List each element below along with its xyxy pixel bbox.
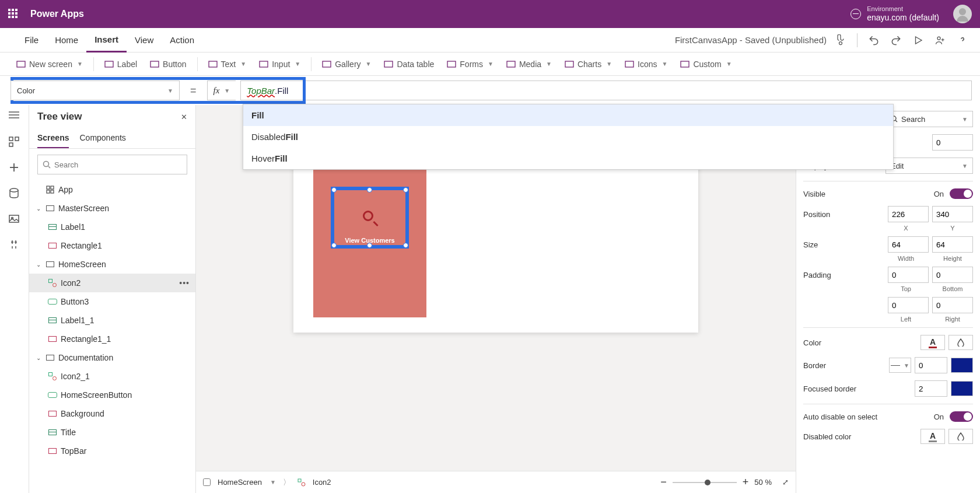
ribbon-text[interactable]: Text▼ xyxy=(202,57,253,71)
tree-view-icon[interactable] xyxy=(9,137,20,148)
tree-node-button3[interactable]: Button3 xyxy=(29,292,195,311)
ribbon-forms[interactable]: Forms▼ xyxy=(441,57,499,71)
svg-rect-20 xyxy=(9,143,13,146)
zoom-slider[interactable] xyxy=(673,482,737,483)
more-icon[interactable]: ••• xyxy=(179,278,190,288)
environment-selector[interactable]: Environment enayu.com (default) xyxy=(850,5,939,23)
disabled-color-button[interactable]: A xyxy=(921,429,945,444)
breadcrumb-sep: 〉 xyxy=(283,477,290,488)
ribbon-media[interactable]: Media▼ xyxy=(501,57,558,71)
tree-node-rectangle1[interactable]: Rectangle1 xyxy=(29,236,195,255)
card-rectangle[interactable]: View Customers xyxy=(313,148,426,317)
waffle-icon[interactable] xyxy=(8,9,19,19)
tree-node-background[interactable]: Background xyxy=(29,404,195,423)
menu-home[interactable]: Home xyxy=(47,28,86,53)
ribbon-button[interactable]: Button xyxy=(144,57,192,71)
tree-node-homescreenbutton[interactable]: HomeScreenButton xyxy=(29,386,195,404)
fit-icon[interactable]: ⤢ xyxy=(782,478,789,487)
ribbon-custom[interactable]: Custom▼ xyxy=(674,57,737,71)
focused-border-color-swatch[interactable] xyxy=(951,381,973,396)
insert-icon[interactable] xyxy=(9,162,20,174)
tree-node-masterscreen[interactable]: ⌄MasterScreen xyxy=(29,199,195,218)
menu-insert[interactable]: Insert xyxy=(86,28,127,53)
ribbon-icons[interactable]: Icons▼ xyxy=(619,57,673,71)
position-x-input[interactable] xyxy=(888,206,929,222)
play-icon[interactable] xyxy=(912,34,924,46)
ribbon-data-table[interactable]: Data table xyxy=(378,57,440,71)
ribbon-new-screen[interactable]: New screen▼ xyxy=(10,57,89,71)
close-icon[interactable]: ✕ xyxy=(181,113,187,121)
border-color-swatch[interactable] xyxy=(951,358,973,373)
chevron-down-icon[interactable]: ⌄ xyxy=(36,261,42,268)
app-checker-icon[interactable] xyxy=(835,34,846,46)
disabled-color-picker-button[interactable] xyxy=(949,429,973,444)
menu-file[interactable]: File xyxy=(16,28,47,53)
visible-toggle[interactable] xyxy=(950,188,973,199)
menu-action[interactable]: Action xyxy=(162,28,202,53)
advanced-tools-icon[interactable] xyxy=(9,239,20,251)
position-y-input[interactable] xyxy=(932,206,973,222)
ribbon-charts[interactable]: Charts▼ xyxy=(559,57,618,71)
breadcrumb-checkbox[interactable] xyxy=(203,478,211,486)
padding-right-input[interactable] xyxy=(932,297,973,313)
redo-icon[interactable] xyxy=(890,34,902,46)
ribbon-label[interactable]: Label xyxy=(99,57,143,71)
width-input[interactable] xyxy=(888,236,929,253)
ribbon-input[interactable]: Input▼ xyxy=(253,57,306,71)
displaymode-dropdown[interactable]: Edit▼ xyxy=(886,158,973,174)
ribbon-gallery[interactable]: Gallery▼ xyxy=(316,57,377,71)
undo-icon[interactable] xyxy=(868,34,880,46)
tree-search[interactable] xyxy=(37,155,187,174)
tree-node-app[interactable]: App xyxy=(29,180,195,199)
tree-node-documentation[interactable]: ⌄Documentation xyxy=(29,348,195,367)
chevron-down-icon[interactable]: ⌄ xyxy=(36,355,42,361)
fx-indicator[interactable]: fx ▼ xyxy=(207,81,236,100)
tree-node-homescreen[interactable]: ⌄HomeScreen xyxy=(29,255,195,274)
tree-node-topbar[interactable]: TopBar xyxy=(29,442,195,460)
tree-node-icon2[interactable]: Icon2••• xyxy=(29,274,195,292)
breadcrumb-screen[interactable]: HomeScreen xyxy=(218,478,262,487)
tree-node-label1[interactable]: Label1 xyxy=(29,218,195,236)
suggestion-item[interactable]: DisabledFill xyxy=(243,126,893,148)
chevron-down-icon[interactable]: ▼ xyxy=(270,479,276,485)
focused-border-input[interactable] xyxy=(915,380,947,397)
zoom-in-button[interactable]: + xyxy=(743,476,749,488)
icon-dropdown[interactable]: Search ▼ xyxy=(886,111,973,127)
icons-icon xyxy=(48,278,57,288)
auto-disable-toggle[interactable] xyxy=(950,411,973,422)
suggestion-item[interactable]: Fill xyxy=(243,104,893,126)
search-input[interactable] xyxy=(54,160,182,169)
padding-top-input[interactable] xyxy=(888,267,929,283)
tree-node-rectangle1_1[interactable]: Rectangle1_1 xyxy=(29,330,195,348)
hamburger-icon[interactable] xyxy=(9,111,20,123)
suggestion-item[interactable]: HoverFill xyxy=(243,148,893,169)
svg-line-35 xyxy=(895,120,897,122)
menu-view[interactable]: View xyxy=(127,28,162,53)
zoom-out-button[interactable]: − xyxy=(660,476,667,488)
tree-node-icon2_1[interactable]: Icon2_1 xyxy=(29,367,195,386)
breadcrumb-item[interactable]: Icon2 xyxy=(313,478,331,487)
property-value: Color xyxy=(17,86,35,95)
help-icon[interactable] xyxy=(957,34,968,46)
formula-input[interactable]: TopBar.Fill xyxy=(240,81,972,100)
tree-tab-screens[interactable]: Screens xyxy=(37,128,69,148)
data-icon[interactable] xyxy=(9,188,20,200)
border-width-input[interactable] xyxy=(915,357,947,373)
rotation-input[interactable] xyxy=(932,134,973,151)
icons-icon xyxy=(48,372,57,381)
color-button[interactable]: A xyxy=(921,335,945,350)
property-dropdown[interactable]: Color ▼ xyxy=(10,81,180,100)
tree-tab-components[interactable]: Components xyxy=(79,128,125,148)
media-icon[interactable] xyxy=(9,214,20,225)
padding-bottom-input[interactable] xyxy=(932,267,973,283)
share-icon[interactable] xyxy=(935,34,946,46)
input-icon xyxy=(259,60,268,69)
border-style-dropdown[interactable]: ▼ xyxy=(889,358,911,373)
padding-left-input[interactable] xyxy=(888,297,929,313)
chevron-down-icon[interactable]: ⌄ xyxy=(36,205,42,212)
tree-node-title[interactable]: Title xyxy=(29,423,195,442)
avatar[interactable] xyxy=(953,5,972,23)
color-picker-button[interactable] xyxy=(949,335,973,350)
tree-node-label1_1[interactable]: Label1_1 xyxy=(29,311,195,330)
height-input[interactable] xyxy=(932,236,973,253)
